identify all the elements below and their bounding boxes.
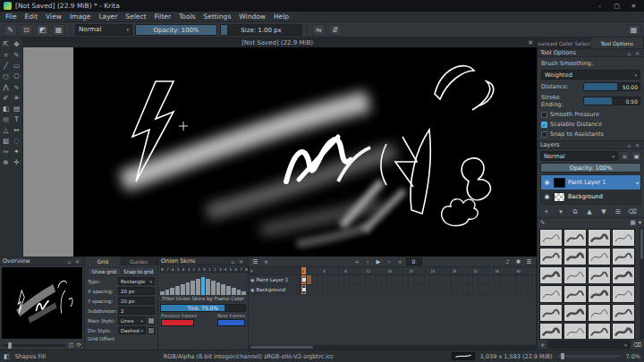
overview-preview[interactable] <box>2 267 82 339</box>
brush-preset[interactable] <box>564 285 587 303</box>
overview-zoom-handle[interactable] <box>8 342 12 349</box>
onion-frame-toggle[interactable]: 7 <box>165 266 170 273</box>
polygon-tool[interactable]: ⎔ <box>12 72 21 81</box>
onion-frame-toggle[interactable]: 6 <box>171 266 175 273</box>
bezier-curve-tool[interactable]: ∿ <box>12 82 21 92</box>
timeline-options-icon[interactable]: ☰ <box>524 258 534 265</box>
minimize-button[interactable]: – <box>593 3 606 10</box>
chevron-down-icon[interactable]: ▾ <box>639 219 641 226</box>
timeline-layer-label[interactable]: ◉Paint Layer 1 <box>249 275 301 284</box>
brush-editor-icon[interactable]: ✎ <box>4 24 17 36</box>
play-button[interactable]: ▶ <box>374 258 384 265</box>
onion-opacity-bar[interactable] <box>196 279 200 295</box>
brush-preset[interactable] <box>588 323 611 339</box>
onion-frame-toggle[interactable]: 1 <box>197 266 201 273</box>
gradient-tool[interactable]: ▤ <box>12 104 21 114</box>
brush-preset[interactable] <box>539 304 563 322</box>
brush-preset[interactable] <box>564 304 587 322</box>
next-frame-button[interactable]: › <box>385 258 394 265</box>
canvas-viewport[interactable] <box>23 47 537 257</box>
onion-opacity-bar[interactable] <box>170 288 174 295</box>
pan-tool[interactable]: ✛ <box>12 157 21 167</box>
timeline-frame[interactable] <box>531 285 536 294</box>
blend-mode-dropdown[interactable]: Normal ▾ <box>75 24 132 36</box>
menu-select[interactable]: Select <box>125 13 146 21</box>
transform-tool[interactable]: ⇱ <box>1 39 11 49</box>
timeline-menu-icon[interactable]: ☰ <box>250 258 260 265</box>
visibility-eye-icon[interactable]: ◉ <box>250 277 254 282</box>
menu-file[interactable]: File <box>5 13 17 21</box>
brush-preset[interactable] <box>588 248 611 265</box>
onion-frame-toggle[interactable]: 5 <box>228 266 233 273</box>
onion-frame-toggle[interactable]: 2 <box>191 266 196 273</box>
menu-view[interactable]: View <box>46 13 62 21</box>
zoom-tool[interactable]: ⊕ <box>1 157 11 167</box>
line-tool[interactable]: ╱ <box>1 61 11 71</box>
overview-header[interactable]: Overview ▫ ✕ <box>0 257 84 265</box>
overview-zoom-slider[interactable] <box>3 344 65 347</box>
close-docker-icon[interactable]: ✕ <box>73 258 81 265</box>
edit-preset-icon[interactable]: ✎ <box>540 219 545 226</box>
main-style-color-swatch[interactable] <box>148 317 155 324</box>
brush-stroke-preview[interactable] <box>452 352 475 360</box>
onion-opacity-bar[interactable] <box>216 282 221 295</box>
brush-preset[interactable] <box>612 229 635 247</box>
scalable-distance-checkbox[interactable]: ✓ <box>541 122 547 128</box>
duplicate-layer-button[interactable]: ⧉ <box>570 208 580 215</box>
float-docker-icon[interactable]: ▫ <box>625 142 633 148</box>
add-preset-button[interactable]: + <box>540 341 545 349</box>
brush-preset[interactable] <box>539 229 563 247</box>
timeline-settings-icon[interactable]: ✱ <box>513 258 523 265</box>
show-grid-button[interactable]: Show grid <box>88 267 121 275</box>
brush-preset[interactable] <box>588 229 611 247</box>
onion-opacity-bar[interactable] <box>221 284 225 295</box>
tab-advanced-color-selector[interactable]: Advanced Color Selector <box>538 38 591 48</box>
snap-assistants-checkbox[interactable] <box>541 131 547 138</box>
scalable-distance-row[interactable]: ✓ Scalable Distance <box>541 121 640 128</box>
brush-preset[interactable] <box>588 285 611 303</box>
menu-filter[interactable]: Filter <box>154 13 171 21</box>
snap-to-grid-button[interactable]: Snap to grid <box>123 267 156 275</box>
move-layer-up-button[interactable]: ▲ <box>584 208 595 215</box>
previous-frame-button[interactable]: ‹ <box>363 258 373 265</box>
mirror-view-icon[interactable]: ◫ <box>68 341 73 349</box>
brush-preset[interactable] <box>539 266 563 284</box>
brush-preset-chooser-icon[interactable]: ⊡ <box>20 24 33 36</box>
menu-image[interactable]: Image <box>70 13 91 21</box>
assistants-tool[interactable]: △ <box>1 125 11 135</box>
text-tool[interactable]: T <box>12 114 21 124</box>
timeline-layer-column-header[interactable]: ▾ <box>249 267 301 274</box>
workspace-chooser-icon[interactable]: ▦ <box>627 24 640 36</box>
color-picker-tool[interactable]: ◎ <box>1 114 11 124</box>
subdivision-spinbox[interactable]: 2 <box>118 307 155 315</box>
mirror-horizontal-icon[interactable]: ⇋ <box>312 24 326 36</box>
brush-preset[interactable] <box>612 285 635 303</box>
rect-select-tool[interactable]: ▧ <box>1 136 11 146</box>
pattern-chooser-icon[interactable]: ▦ <box>52 24 65 36</box>
brush-preset[interactable] <box>539 323 563 339</box>
menu-tools[interactable]: Tools <box>179 13 195 21</box>
menu-settings[interactable]: Settings <box>204 13 232 21</box>
add-layer-options-icon[interactable]: ▾ <box>555 208 566 215</box>
tag-filter-dropdown[interactable]: ▾ <box>547 341 630 349</box>
layer-properties-button[interactable]: ☰ <box>613 208 623 215</box>
layer-row-paint-layer-1[interactable]: ◉ Paint Layer 1 ▾ <box>541 175 640 189</box>
menu-edit[interactable]: Edit <box>25 13 38 21</box>
tab-guides[interactable]: Guides <box>122 257 158 265</box>
close-docker-icon[interactable]: ✕ <box>633 142 641 148</box>
previous-frames-color-swatch[interactable] <box>161 319 194 326</box>
timeline-scrollbar-thumb[interactable] <box>250 346 313 349</box>
crop-tool[interactable]: ⌗ <box>1 50 11 60</box>
timeline-ruler-cell[interactable] <box>531 267 536 274</box>
move-layer-down-button[interactable]: ▼ <box>598 208 609 215</box>
snap-assistants-row[interactable]: Snap to Assistants <box>541 130 640 138</box>
preset-view-mode-icon[interactable]: ▦ <box>631 219 636 226</box>
div-style-dropdown[interactable]: Dashed ▾ <box>118 326 146 334</box>
layers-header[interactable]: Layers ▫ ✕ <box>538 140 644 149</box>
brush-preset[interactable] <box>564 229 587 247</box>
rectangle-tool[interactable]: ▭ <box>12 61 21 71</box>
onion-frame-toggle[interactable]: 4 <box>224 266 228 273</box>
subwindow-close-icon[interactable]: ✕ <box>528 39 533 46</box>
brush-preset[interactable] <box>564 323 587 339</box>
float-docker-icon[interactable]: ▫ <box>65 258 73 265</box>
